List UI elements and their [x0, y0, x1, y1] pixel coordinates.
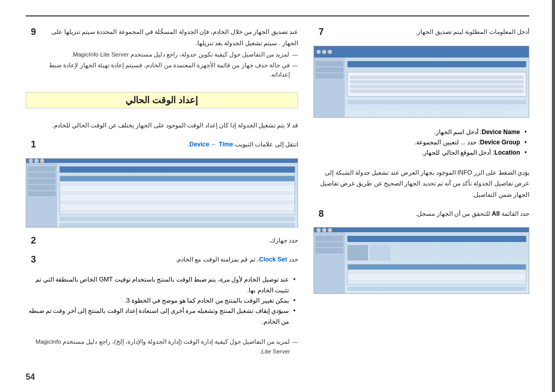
step-9-note-1: — لمزيد من التفاصيل حول كيفية تكوين جدول…: [41, 50, 298, 59]
step-8-content: حدد القائمة All للتحقق من أن الجهاز مسجل…: [329, 209, 529, 220]
ss-table-3-row-1: [348, 270, 526, 274]
ss-main-3: [345, 232, 529, 293]
ss-dot-8: [322, 228, 326, 232]
ss-sidebar-3: [314, 232, 345, 293]
ss-table-row-7: [60, 210, 294, 214]
step-3-number: 3: [26, 254, 36, 265]
ss-form-area-1: [347, 72, 526, 97]
note-2-item-3: • سيؤدي إيقاف تشغيل المنتج وتشغيله مرة أ…: [26, 306, 295, 327]
ss-table-row-1: [60, 182, 294, 186]
step-1-row: انتقل إلى علامات التبويب Device ← Time. …: [26, 139, 298, 151]
step-7-info-text: يؤدي الضغط على الزر INFO الموجود بجهاز ا…: [313, 167, 529, 201]
location-label: Location: [494, 149, 520, 156]
screenshot-3: [313, 227, 529, 294]
ss-table-row-3: [60, 191, 294, 195]
ss-dot-1: [29, 159, 33, 163]
ss-blue-bar-3: [347, 236, 526, 242]
note-2-item-2: • يمكن تغيير الوقت بالمنتج من الخادم كما…: [26, 295, 295, 306]
ss-form-row-1: [350, 76, 524, 79]
step-8-number: 8: [313, 209, 324, 219]
ss-table-row-5: [60, 200, 294, 204]
notes-2-list: • عند توصيل الخادم لأول مرة، يتم ضبط الو…: [26, 274, 298, 327]
device-name-suffix: : أدخل اسم الجهاز.: [434, 128, 482, 136]
ss-inner-3: [314, 228, 529, 293]
ss-sidebar-2-item-2: [316, 67, 343, 72]
page-number: 54: [26, 372, 35, 382]
ss-dot-6: [328, 50, 332, 54]
ss-main-1: [57, 163, 298, 228]
right-column: أدخل المعلومات المطلوبة ليتم تصديق الجها…: [313, 27, 529, 357]
ss-form-row-4: [350, 89, 524, 93]
step-3-row: حدد Clock Set، ثم قم بمزامنة الوقت مع ال…: [26, 254, 298, 266]
step-1-blue: Device ← Time: [190, 141, 233, 148]
ss-sidebar-item-1: [28, 166, 55, 172]
ss-sidebar-item-5: [28, 191, 55, 196]
ss-table-3-row-3: [348, 279, 526, 284]
step-1-number: 1: [26, 139, 36, 150]
step-9-number: 9: [26, 27, 36, 38]
bullet-location: • Location: أدخل الموقع الحالي للجهاز.: [313, 147, 527, 158]
bullet-device-group: • Device Group: حدد ... لتعيين المجموعة.: [313, 137, 527, 147]
step-2-number: 2: [26, 235, 36, 246]
step-9-row: عند تصديق الجهاز من خلال الخادم، فإن الج…: [26, 27, 298, 80]
step-8-text: حدد القائمة All للتحقق من أن الجهاز مسجل…: [329, 209, 529, 220]
ss-toolbar-1: [26, 159, 298, 163]
all-label: All: [492, 210, 499, 217]
ss-dot-9: [328, 228, 332, 232]
step-1-text: انتقل إلى علامات التبويب Device ← Time.: [41, 139, 298, 151]
ss-row-bottom-1: [60, 217, 295, 221]
ss-table-3-header: [348, 265, 526, 270]
ss-dot-4: [317, 50, 321, 54]
screenshot-1: [26, 158, 298, 228]
ss-dot-5: [322, 50, 326, 54]
step-2-content: حدد جهازك.: [41, 235, 298, 247]
step-3-text: حدد Clock Set، ثم قم بمزامنة الوقت مع ال…: [41, 254, 298, 266]
ss-table-row-6: [60, 205, 294, 209]
ss-sidebar-2: [314, 58, 345, 117]
ss-body-2: [314, 58, 529, 117]
ss-toolbar-2: [314, 46, 529, 58]
ss-form-row-2: [350, 80, 524, 84]
ss-table-header-1: [60, 176, 294, 181]
left-column: عند تصديق الجهاز من خلال الخادم، فإن الج…: [26, 27, 298, 357]
ss-inner-1: [26, 159, 298, 228]
ss-row-3-bottom: [347, 287, 526, 291]
device-name-label: Device Name: [482, 128, 520, 136]
step-7-row: أدخل المعلومات المطلوبة ليتم تصديق الجها…: [313, 27, 529, 38]
top-border: [26, 15, 529, 16]
ss-table-row-2: [60, 186, 294, 191]
ss-inner-2: [314, 46, 529, 117]
ss-table-3-row-2: [348, 275, 526, 279]
screenshot-2: [313, 46, 529, 118]
step-9-text: عند تصديق الجهاز من خلال الخادم، فإن الج…: [41, 27, 298, 49]
ss-row-2-1: [347, 100, 526, 104]
ss-row-bottom-2: [60, 223, 295, 227]
ss-blue-bar-1: [60, 166, 295, 173]
step-7-number: 7: [313, 27, 324, 38]
ss-sidebar-2-item-3: [316, 73, 343, 79]
note-2-item-1: • عند توصيل الخادم لأول مرة، يتم ضبط الو…: [26, 274, 295, 295]
ss-sidebar-item-3: [28, 179, 55, 184]
ss-form-row-3: [350, 85, 524, 88]
device-group-suffix: : حدد ... لتعيين المجموعة.: [415, 139, 480, 146]
ss-sidebar-3-item-2: [316, 242, 343, 247]
ss-toolbar-3: [314, 228, 529, 232]
ss-sidebar-3-item-3: [316, 248, 343, 253]
step-7-bullets: • Device Name: أدخل اسم الجهاز. • Device…: [313, 127, 529, 158]
right-border-accent: [552, 0, 555, 392]
step-2-row: حدد جهازك. 2: [26, 235, 298, 247]
ss-table-3: [347, 264, 526, 285]
section-title: إعداد الوقت الحالي: [26, 92, 298, 108]
content-area: عند تصديق الجهاز من خلال الخادم، فإن الج…: [26, 27, 529, 357]
ss-table-1: [60, 176, 295, 215]
ss-blue-bar-2: [347, 61, 526, 67]
ss-sidebar-item-4: [28, 185, 55, 190]
page-container: عند تصديق الجهاز من خلال الخادم، فإن الج…: [0, 0, 555, 392]
ss-body-1: [26, 163, 298, 228]
ss-sidebar-1: [26, 163, 57, 228]
step-2-text: حدد جهازك.: [41, 235, 298, 247]
location-suffix: : أدخل الموقع الحالي للجهاز.: [422, 149, 494, 156]
ss-dot-2: [34, 159, 39, 163]
ss-body-3: [314, 232, 529, 293]
step-3-blue: Clock Set: [259, 256, 287, 263]
